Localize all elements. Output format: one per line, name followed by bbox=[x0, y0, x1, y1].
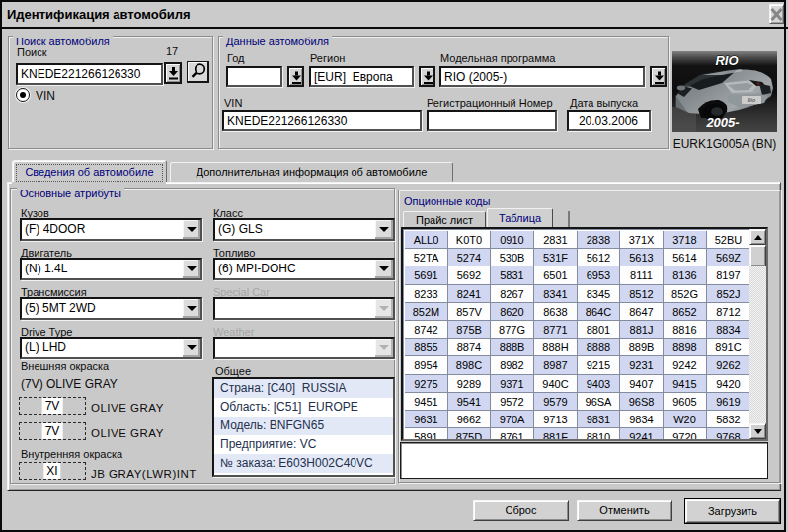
svg-text:2005-: 2005- bbox=[705, 115, 739, 130]
svg-text:RIO: RIO bbox=[715, 53, 738, 68]
